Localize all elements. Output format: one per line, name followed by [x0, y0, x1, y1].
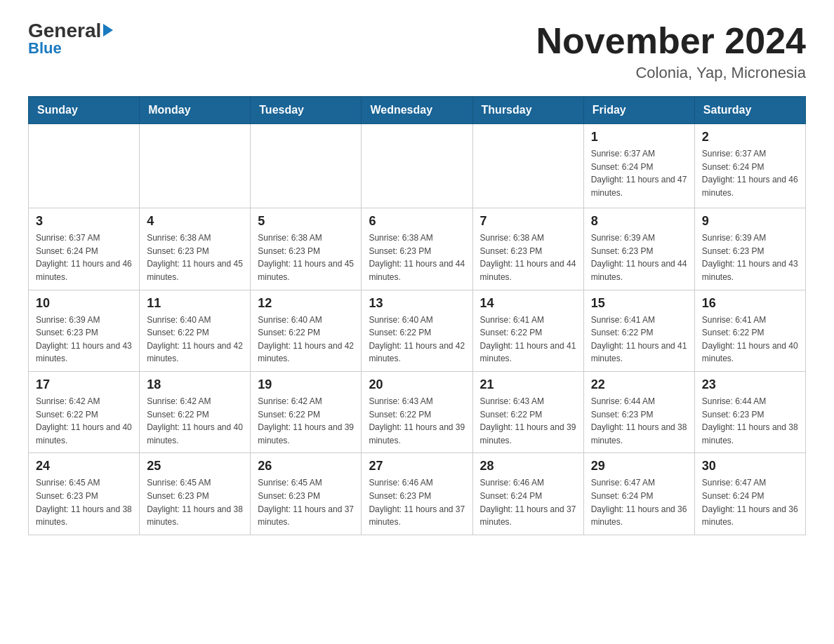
logo: General Blue [28, 21, 113, 58]
calendar-cell: 6Sunrise: 6:38 AMSunset: 6:23 PMDaylight… [362, 208, 472, 290]
page-title: November 2024 [536, 21, 806, 61]
calendar-cell: 4Sunrise: 6:38 AMSunset: 6:23 PMDaylight… [140, 208, 251, 290]
day-number: 3 [36, 214, 132, 229]
day-number: 10 [36, 296, 132, 311]
day-info: Sunrise: 6:45 AMSunset: 6:23 PMDaylight:… [36, 476, 132, 528]
day-number: 23 [702, 377, 798, 392]
day-info: Sunrise: 6:44 AMSunset: 6:23 PMDaylight:… [591, 395, 687, 447]
calendar-cell: 19Sunrise: 6:42 AMSunset: 6:22 PMDayligh… [251, 371, 362, 452]
day-info: Sunrise: 6:38 AMSunset: 6:23 PMDaylight:… [480, 232, 576, 283]
calendar-cell: 14Sunrise: 6:41 AMSunset: 6:22 PMDayligh… [472, 290, 583, 371]
day-number: 8 [591, 214, 687, 229]
day-info: Sunrise: 6:38 AMSunset: 6:23 PMDaylight:… [369, 232, 465, 283]
day-number: 20 [369, 377, 465, 392]
day-info: Sunrise: 6:43 AMSunset: 6:22 PMDaylight:… [480, 395, 576, 447]
day-info: Sunrise: 6:37 AMSunset: 6:24 PMDaylight:… [702, 147, 798, 199]
calendar-cell: 25Sunrise: 6:45 AMSunset: 6:23 PMDayligh… [140, 453, 251, 535]
calendar-cell: 16Sunrise: 6:41 AMSunset: 6:22 PMDayligh… [694, 290, 805, 371]
calendar-cell: 28Sunrise: 6:46 AMSunset: 6:24 PMDayligh… [472, 453, 583, 535]
calendar-cell: 23Sunrise: 6:44 AMSunset: 6:23 PMDayligh… [694, 371, 805, 452]
day-info: Sunrise: 6:45 AMSunset: 6:23 PMDaylight:… [258, 476, 354, 528]
day-info: Sunrise: 6:38 AMSunset: 6:23 PMDaylight:… [147, 232, 243, 283]
calendar-cell: 12Sunrise: 6:40 AMSunset: 6:22 PMDayligh… [251, 290, 362, 371]
day-number: 21 [480, 377, 576, 392]
day-info: Sunrise: 6:43 AMSunset: 6:22 PMDaylight:… [369, 395, 465, 447]
day-number: 2 [702, 130, 798, 145]
calendar-cell: 10Sunrise: 6:39 AMSunset: 6:23 PMDayligh… [29, 290, 140, 371]
day-number: 1 [591, 130, 687, 145]
calendar-cell: 17Sunrise: 6:42 AMSunset: 6:22 PMDayligh… [29, 371, 140, 452]
day-of-week-header: Thursday [472, 97, 583, 124]
day-number: 14 [480, 296, 576, 311]
day-of-week-header: Saturday [694, 97, 805, 124]
calendar-cell: 11Sunrise: 6:40 AMSunset: 6:22 PMDayligh… [140, 290, 251, 371]
day-info: Sunrise: 6:40 AMSunset: 6:22 PMDaylight:… [147, 314, 243, 365]
day-info: Sunrise: 6:42 AMSunset: 6:22 PMDaylight:… [36, 395, 132, 447]
calendar-cell: 9Sunrise: 6:39 AMSunset: 6:23 PMDaylight… [694, 208, 805, 290]
day-number: 25 [147, 459, 243, 474]
day-number: 27 [369, 459, 465, 474]
calendar-cell [29, 124, 140, 208]
day-number: 19 [258, 377, 354, 392]
day-number: 28 [480, 459, 576, 474]
page-header: General Blue November 2024 Colonia, Yap,… [28, 21, 806, 82]
day-info: Sunrise: 6:40 AMSunset: 6:22 PMDaylight:… [369, 314, 465, 365]
day-number: 7 [480, 214, 576, 229]
calendar-cell: 26Sunrise: 6:45 AMSunset: 6:23 PMDayligh… [251, 453, 362, 535]
calendar-cell: 2Sunrise: 6:37 AMSunset: 6:24 PMDaylight… [694, 124, 805, 208]
day-info: Sunrise: 6:39 AMSunset: 6:23 PMDaylight:… [591, 232, 687, 283]
day-number: 16 [702, 296, 798, 311]
calendar-cell: 27Sunrise: 6:46 AMSunset: 6:23 PMDayligh… [362, 453, 472, 535]
title-block: November 2024 Colonia, Yap, Micronesia [536, 21, 806, 82]
day-number: 26 [258, 459, 354, 474]
calendar-cell: 7Sunrise: 6:38 AMSunset: 6:23 PMDaylight… [472, 208, 583, 290]
day-info: Sunrise: 6:39 AMSunset: 6:23 PMDaylight:… [702, 232, 798, 283]
calendar-cell: 30Sunrise: 6:47 AMSunset: 6:24 PMDayligh… [694, 453, 805, 535]
day-number: 17 [36, 377, 132, 392]
calendar-cell: 1Sunrise: 6:37 AMSunset: 6:24 PMDaylight… [583, 124, 694, 208]
calendar-cell: 3Sunrise: 6:37 AMSunset: 6:24 PMDaylight… [29, 208, 140, 290]
day-number: 4 [147, 214, 243, 229]
calendar-cell: 15Sunrise: 6:41 AMSunset: 6:22 PMDayligh… [583, 290, 694, 371]
calendar-body: 1Sunrise: 6:37 AMSunset: 6:24 PMDaylight… [29, 124, 806, 535]
logo-general-text: General [28, 21, 101, 41]
day-info: Sunrise: 6:45 AMSunset: 6:23 PMDaylight:… [147, 476, 243, 528]
day-of-week-header: Tuesday [251, 97, 362, 124]
day-number: 9 [702, 214, 798, 229]
calendar-cell: 21Sunrise: 6:43 AMSunset: 6:22 PMDayligh… [472, 371, 583, 452]
day-number: 15 [591, 296, 687, 311]
logo-blue-text: Blue [28, 39, 62, 58]
day-of-week-header: Monday [140, 97, 251, 124]
calendar-cell: 24Sunrise: 6:45 AMSunset: 6:23 PMDayligh… [29, 453, 140, 535]
calendar-cell: 29Sunrise: 6:47 AMSunset: 6:24 PMDayligh… [583, 453, 694, 535]
day-info: Sunrise: 6:46 AMSunset: 6:23 PMDaylight:… [369, 476, 465, 528]
day-info: Sunrise: 6:44 AMSunset: 6:23 PMDaylight:… [702, 395, 798, 447]
day-info: Sunrise: 6:38 AMSunset: 6:23 PMDaylight:… [258, 232, 354, 283]
day-number: 5 [258, 214, 354, 229]
day-number: 29 [591, 459, 687, 474]
calendar-week-row: 3Sunrise: 6:37 AMSunset: 6:24 PMDaylight… [29, 208, 806, 290]
day-number: 11 [147, 296, 243, 311]
day-of-week-header: Friday [583, 97, 694, 124]
calendar-cell: 18Sunrise: 6:42 AMSunset: 6:22 PMDayligh… [140, 371, 251, 452]
day-number: 13 [369, 296, 465, 311]
day-of-week-header: Wednesday [362, 97, 472, 124]
calendar-cell: 8Sunrise: 6:39 AMSunset: 6:23 PMDaylight… [583, 208, 694, 290]
day-number: 30 [702, 459, 798, 474]
day-info: Sunrise: 6:47 AMSunset: 6:24 PMDaylight:… [591, 476, 687, 528]
page-subtitle: Colonia, Yap, Micronesia [536, 64, 806, 82]
calendar-cell: 5Sunrise: 6:38 AMSunset: 6:23 PMDaylight… [251, 208, 362, 290]
day-number: 18 [147, 377, 243, 392]
calendar-cell [362, 124, 472, 208]
calendar-cell: 13Sunrise: 6:40 AMSunset: 6:22 PMDayligh… [362, 290, 472, 371]
day-info: Sunrise: 6:42 AMSunset: 6:22 PMDaylight:… [147, 395, 243, 447]
day-info: Sunrise: 6:37 AMSunset: 6:24 PMDaylight:… [591, 147, 687, 199]
day-number: 24 [36, 459, 132, 474]
calendar-week-row: 10Sunrise: 6:39 AMSunset: 6:23 PMDayligh… [29, 290, 806, 371]
calendar-week-row: 17Sunrise: 6:42 AMSunset: 6:22 PMDayligh… [29, 371, 806, 452]
calendar-cell [140, 124, 251, 208]
day-number: 22 [591, 377, 687, 392]
calendar-week-row: 24Sunrise: 6:45 AMSunset: 6:23 PMDayligh… [29, 453, 806, 535]
day-of-week-header: Sunday [29, 97, 140, 124]
calendar-header: SundayMondayTuesdayWednesdayThursdayFrid… [29, 97, 806, 124]
